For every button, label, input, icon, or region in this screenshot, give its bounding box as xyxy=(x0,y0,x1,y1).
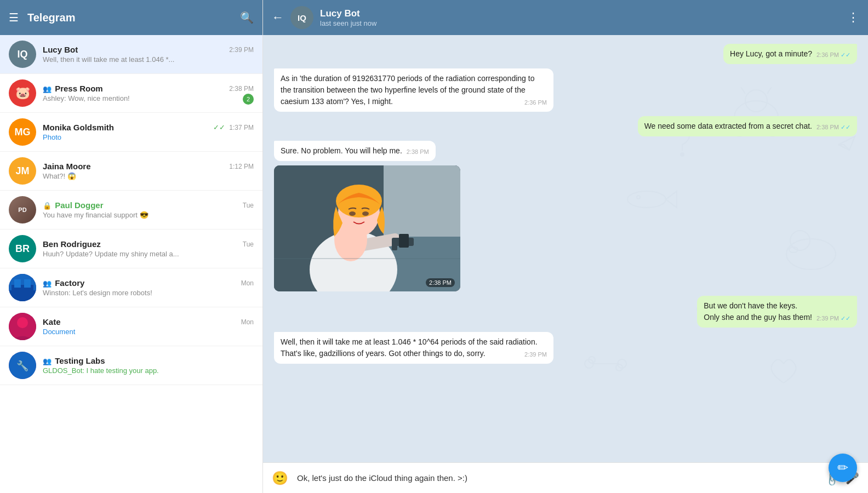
message-time: 2:36 PM xyxy=(524,98,547,107)
contact-avatar: IQ xyxy=(290,6,313,29)
chat-name: Lucy Bot xyxy=(43,45,78,54)
avatar: IQ xyxy=(9,41,36,68)
header-info: Lucy Bot last seen just now xyxy=(320,8,841,27)
chat-time: Tue xyxy=(243,240,254,248)
message-row: Hey Lucy, got a minute? 2:36 PM ✓✓ xyxy=(274,44,857,64)
unread-badge: 2 xyxy=(243,94,254,105)
chat-info: Ben Rodriguez Tue Huuh? Update? Update m… xyxy=(43,239,254,258)
avatar: PD xyxy=(9,196,36,223)
chat-preview: Well, then it will take me at least 1.04… xyxy=(43,55,254,64)
chat-header: ← IQ Lucy Bot last seen just now ⋮ xyxy=(263,0,868,35)
message-row: Well, then it will take me at least 1.04… xyxy=(274,332,857,364)
avatar: BR xyxy=(9,235,36,262)
chat-time: 1:12 PM xyxy=(229,163,254,170)
emoji-button[interactable]: 🙂 xyxy=(272,471,288,486)
group-icon: 👥 xyxy=(43,85,52,93)
avatar: JM xyxy=(9,157,36,185)
message-image: 2:38 PM xyxy=(274,165,460,291)
chat-item-kate[interactable]: Kate Mon Document xyxy=(0,307,262,346)
chat-item-factory[interactable]: 👥 Factory Mon Winston: Let's design more… xyxy=(0,268,262,307)
chat-preview: Ashley: Wow, nice mention! xyxy=(43,94,254,102)
chat-preview: GLDOS_Bot: I hate testing your app. xyxy=(43,366,254,375)
chat-item-testing-labs[interactable]: 🔧 👥 Testing Labs GLDOS_Bot: I hate testi… xyxy=(0,346,262,385)
chat-info: 👥 Press Room 2:38 PM Ashley: Wow, nice m… xyxy=(43,84,254,102)
compose-button[interactable]: ✏ xyxy=(829,454,857,482)
chat-preview: Huuh? Update? Update my shiny metal a... xyxy=(43,250,254,258)
chat-name: 👥 Press Room xyxy=(43,84,103,93)
chat-name-row: 🔒 Paul Dogger Tue xyxy=(43,200,254,210)
contact-status: last seen just now xyxy=(320,19,841,27)
chat-preview: You have my financial support 😎 xyxy=(43,211,254,219)
chat-preview: Winston: Let's design more robots! xyxy=(43,289,254,297)
svg-point-44 xyxy=(362,211,369,216)
chat-time: 2:38 PM xyxy=(229,85,254,93)
svg-point-6 xyxy=(17,317,28,328)
chat-name: Kate xyxy=(43,317,61,326)
message-row: As in 'the duration of 9192631770 period… xyxy=(274,68,857,112)
chat-item-paul[interactable]: PD 🔒 Paul Dogger Tue You have my financi… xyxy=(0,191,262,230)
chat-name-row: Kate Mon xyxy=(43,317,254,326)
sidebar: ☰ Telegram 🔍 IQ Lucy Bot 2:39 PM Well, t… xyxy=(0,0,263,493)
message-bubble: We need some data extracted from a secre… xyxy=(638,116,857,136)
chat-info: 🔒 Paul Dogger Tue You have my financial … xyxy=(43,200,254,219)
message-bubble: Sure. No problem. You will help me. 2:38… xyxy=(274,141,436,161)
chat-name: 🔒 Paul Dogger xyxy=(43,200,104,210)
lock-icon: 🔒 xyxy=(43,202,52,210)
chat-name-row: 👥 Press Room 2:38 PM xyxy=(43,84,254,93)
chat-time: 2:39 PM xyxy=(229,46,254,54)
message-time: 2:38 PM ✓✓ xyxy=(816,123,850,132)
message-input[interactable] xyxy=(295,471,819,485)
message-row: We need some data extracted from a secre… xyxy=(274,116,857,136)
svg-rect-2 xyxy=(14,279,21,288)
search-icon[interactable]: 🔍 xyxy=(240,11,254,24)
avatar: 🔧 xyxy=(9,352,36,379)
message-time: 2:38 PM xyxy=(407,147,429,157)
svg-rect-38 xyxy=(399,234,409,248)
message-row: Sure. No problem. You will help me. 2:38… xyxy=(274,141,857,161)
chat-item-lucy-bot[interactable]: IQ Lucy Bot 2:39 PM Well, then it will t… xyxy=(0,35,262,74)
chat-item-press-room[interactable]: 🐷 👥 Press Room 2:38 PM Ashley: Wow, nice… xyxy=(0,74,262,113)
message-bubble: Hey Lucy, got a minute? 2:36 PM ✓✓ xyxy=(723,44,857,64)
group-icon: 👥 xyxy=(43,279,52,288)
chat-info: 👥 Testing Labs GLDOS_Bot: I hate testing… xyxy=(43,356,254,375)
image-time: 2:38 PM xyxy=(426,278,455,287)
chat-info: Monika Goldsmith ✓✓ 1:37 PM Photo xyxy=(43,123,254,141)
chat-name-row: Ben Rodriguez Tue xyxy=(43,239,254,249)
chat-name-row: Jaina Moore 1:12 PM xyxy=(43,162,254,171)
chat-info: Lucy Bot 2:39 PM Well, then it will take… xyxy=(43,45,254,64)
chat-preview: What?! 😱 xyxy=(43,172,254,180)
message-bubble: But we don't have the keys.Only she and … xyxy=(697,296,857,328)
chat-item-monika[interactable]: MG Monika Goldsmith ✓✓ 1:37 PM Photo xyxy=(0,113,262,152)
chat-name-row: 👥 Factory Mon xyxy=(43,278,254,288)
message-time: 2:39 PM ✓✓ xyxy=(816,314,850,323)
chat-time: Mon xyxy=(241,318,254,326)
group-icon: 👥 xyxy=(43,357,52,365)
chat-info: Kate Mon Document xyxy=(43,317,254,336)
message-row: 2:38 PM xyxy=(274,165,857,291)
avatar: MG xyxy=(9,118,36,146)
chat-name-row: 👥 Testing Labs xyxy=(43,356,254,365)
chat-name-row: Lucy Bot 2:39 PM xyxy=(43,45,254,54)
message-time: 2:36 PM ✓✓ xyxy=(816,50,850,60)
chat-item-ben[interactable]: BR Ben Rodriguez Tue Huuh? Update? Updat… xyxy=(0,230,262,268)
message-time: 2:39 PM xyxy=(524,350,547,359)
image-placeholder: 2:38 PM xyxy=(274,165,460,291)
chat-list: IQ Lucy Bot 2:39 PM Well, then it will t… xyxy=(0,35,262,493)
hamburger-icon[interactable]: ☰ xyxy=(9,11,19,24)
svg-rect-3 xyxy=(24,279,31,288)
sidebar-header: ☰ Telegram 🔍 xyxy=(0,0,262,35)
chat-info: 👥 Factory Mon Winston: Let's design more… xyxy=(43,278,254,297)
back-button[interactable]: ← xyxy=(272,10,284,25)
avatar: 🐷 xyxy=(9,79,36,107)
message-list: Hey Lucy, got a minute? 2:36 PM ✓✓ As in… xyxy=(263,35,868,462)
chat-name: 👥 Testing Labs xyxy=(43,356,105,365)
more-options-icon[interactable]: ⋮ xyxy=(847,10,859,25)
chat-name: Jaina Moore xyxy=(43,162,91,171)
message-bubble: Well, then it will take me at least 1.04… xyxy=(274,332,553,364)
chat-name: Ben Rodriguez xyxy=(43,239,101,249)
svg-text:🔧: 🔧 xyxy=(16,360,29,372)
chat-item-jaina[interactable]: JM Jaina Moore 1:12 PM What?! 😱 xyxy=(0,152,262,191)
chat-preview: Document xyxy=(43,328,254,336)
chat-time: Mon xyxy=(241,279,254,287)
chat-info: Jaina Moore 1:12 PM What?! 😱 xyxy=(43,162,254,180)
